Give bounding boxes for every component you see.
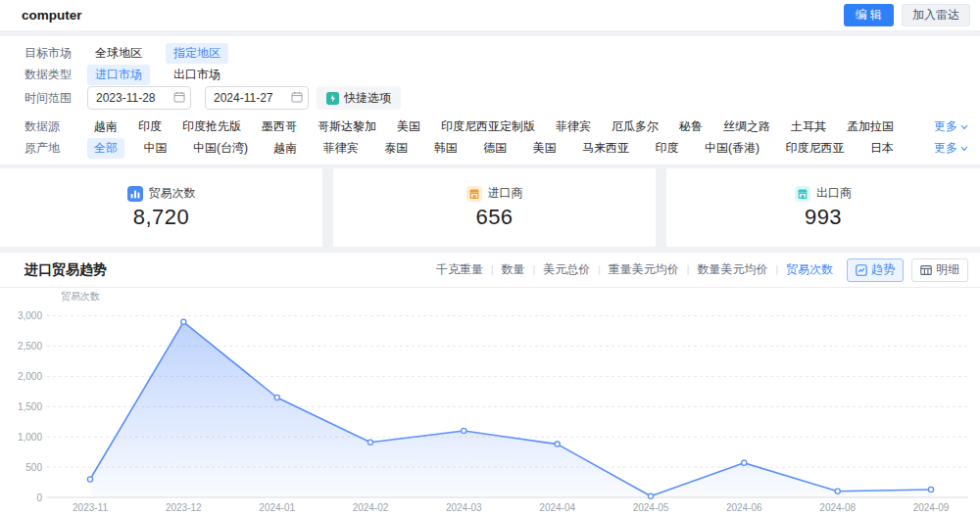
- quick-options-icon: [326, 92, 339, 105]
- stat-card: 贸易次数8,720: [0, 168, 322, 247]
- metric-separator: |: [598, 264, 601, 275]
- chart-point[interactable]: [648, 493, 653, 498]
- calendar-icon: [173, 91, 185, 106]
- stat-label: 进口商: [488, 185, 523, 202]
- stat-value: 993: [805, 205, 842, 230]
- origin-items: 全部中国中国(台湾)越南菲律宾泰国韩国德国美国马来西亚印度中国(香港)印度尼西亚…: [87, 138, 901, 159]
- metric-separator: |: [491, 264, 494, 275]
- stat-value: 8,720: [133, 205, 190, 230]
- chart-point[interactable]: [555, 442, 560, 446]
- metric-option[interactable]: 千克重量: [436, 261, 483, 278]
- x-axis-tick: 2024-02: [353, 502, 389, 513]
- chart-point[interactable]: [928, 487, 933, 492]
- filter-option[interactable]: 出口市场: [166, 65, 228, 85]
- stat-card-top: 出口商: [795, 185, 852, 202]
- filter-item[interactable]: 泰国: [377, 138, 415, 159]
- metric-option[interactable]: 数量美元均价: [697, 261, 767, 278]
- filter-item[interactable]: 墨西哥: [255, 117, 304, 137]
- filter-item[interactable]: 土耳其: [784, 117, 833, 137]
- filter-item[interactable]: 中国(台湾): [186, 138, 255, 159]
- add-to-radar-button[interactable]: 加入雷达: [902, 4, 970, 26]
- filter-row-data-source: 数据源 越南印度印度抢先版墨西哥哥斯达黎加美国印度尼西亚定制版菲律宾厄瓜多尔秘鲁…: [24, 117, 968, 137]
- filter-item[interactable]: 印度: [131, 117, 169, 137]
- filter-item[interactable]: 丝绸之路: [716, 117, 777, 137]
- filter-row-target-market: 目标市场 全球地区指定地区: [24, 43, 968, 64]
- filter-option[interactable]: 进口市场: [87, 65, 150, 85]
- filter-item[interactable]: 菲律宾: [317, 138, 366, 159]
- edit-button[interactable]: 编 辑: [844, 4, 894, 26]
- quick-options-button[interactable]: 快捷选项: [317, 86, 401, 110]
- chart-point[interactable]: [742, 460, 747, 465]
- metric-separator: |: [775, 264, 778, 275]
- filter-item[interactable]: 德国: [476, 138, 514, 159]
- y-axis-tick: 2,000: [18, 371, 42, 382]
- trend-chart-icon: [856, 264, 867, 276]
- y-axis-tick: 1,000: [18, 432, 42, 443]
- filter-item[interactable]: 印度抢先版: [175, 117, 248, 137]
- end-date-field: [205, 86, 309, 110]
- x-axis-tick: 2024-08: [819, 502, 856, 513]
- x-axis-tick: 2024-06: [726, 502, 762, 513]
- stat-label: 贸易次数: [149, 185, 196, 202]
- metric-option[interactable]: 美元总价: [543, 261, 590, 278]
- chart-point[interactable]: [181, 319, 186, 324]
- target-market-options: 全球地区指定地区: [87, 43, 228, 64]
- trend-title: 进口贸易趋势: [24, 261, 107, 279]
- trend-view-label: 趋势: [871, 261, 895, 278]
- data-type-options: 进口市场出口市场: [87, 65, 228, 85]
- stat-card: 出口商993: [666, 168, 980, 247]
- trend-chart[interactable]: 05001,0001,5002,0002,5003,0002023-112023…: [0, 290, 980, 515]
- stat-card: 进口商656: [333, 168, 656, 247]
- filter-item[interactable]: 韩国: [427, 138, 465, 159]
- y-axis-tick: 1,500: [18, 401, 42, 412]
- filter-item[interactable]: 日本: [863, 138, 901, 159]
- trend-view-button[interactable]: 趋势: [847, 258, 904, 282]
- filter-item[interactable]: 越南: [87, 117, 124, 137]
- chart-point[interactable]: [87, 477, 92, 482]
- metric-selector: 千克重量|数量|美元总价|重量美元均价|数量美元均价|贸易次数: [436, 261, 833, 278]
- chart-point[interactable]: [835, 489, 840, 493]
- metric-option[interactable]: 重量美元均价: [609, 261, 679, 278]
- filter-item[interactable]: 全部: [87, 138, 124, 159]
- y-axis-title: 贸易次数: [61, 291, 100, 302]
- importer-icon: [466, 186, 482, 202]
- top-bar-actions: 编 辑 加入雷达: [844, 4, 970, 26]
- filter-option[interactable]: 全球地区: [87, 43, 150, 64]
- filter-item[interactable]: 中国: [136, 138, 173, 159]
- x-axis-tick: 2023-12: [166, 502, 202, 513]
- top-bar: computer 编 辑 加入雷达: [0, 0, 980, 30]
- filter-item[interactable]: 马来西亚: [575, 138, 636, 159]
- detail-view-button[interactable]: 明细: [911, 258, 968, 282]
- chart-point[interactable]: [274, 395, 279, 399]
- filter-label: 数据源: [24, 118, 81, 135]
- filter-item[interactable]: 美国: [390, 117, 427, 137]
- filter-item[interactable]: 孟加拉国: [840, 117, 901, 137]
- detail-view-label: 明细: [936, 261, 959, 278]
- metric-separator: |: [687, 264, 690, 275]
- x-axis-tick: 2024-03: [446, 502, 482, 513]
- chevron-down-icon: [960, 146, 968, 152]
- filter-item[interactable]: 印度: [649, 138, 686, 159]
- origin-more-link[interactable]: 更多: [934, 140, 968, 157]
- filter-item[interactable]: 秘鲁: [672, 117, 710, 137]
- data-source-items: 越南印度印度抢先版墨西哥哥斯达黎加美国印度尼西亚定制版菲律宾厄瓜多尔秘鲁丝绸之路…: [87, 117, 901, 137]
- filter-item[interactable]: 哥斯达黎加: [311, 117, 383, 137]
- filter-option[interactable]: 指定地区: [166, 43, 228, 64]
- filter-item[interactable]: 厄瓜多尔: [605, 117, 665, 137]
- chart-point[interactable]: [368, 440, 372, 445]
- metric-option[interactable]: 贸易次数: [786, 261, 833, 278]
- trend-section: 进口贸易趋势 千克重量|数量|美元总价|重量美元均价|数量美元均价|贸易次数 趋…: [0, 253, 980, 515]
- filter-item[interactable]: 印度尼西亚: [778, 138, 851, 159]
- chart-point[interactable]: [462, 428, 466, 433]
- filter-item[interactable]: 印度尼西亚定制版: [434, 117, 542, 137]
- filter-item[interactable]: 菲律宾: [549, 117, 598, 137]
- filter-item[interactable]: 越南: [267, 138, 304, 159]
- filter-item[interactable]: 美国: [526, 138, 564, 159]
- stat-card-top: 贸易次数: [127, 185, 196, 202]
- x-axis-tick: 2023-11: [73, 502, 108, 513]
- metric-option[interactable]: 数量: [502, 261, 525, 278]
- quick-options-label: 快捷选项: [344, 90, 391, 107]
- source-more-link[interactable]: 更多: [934, 118, 968, 135]
- filter-row-origin: 原产地 全部中国中国(台湾)越南菲律宾泰国韩国德国美国马来西亚印度中国(香港)印…: [24, 138, 968, 159]
- filter-item[interactable]: 中国(香港): [698, 138, 766, 159]
